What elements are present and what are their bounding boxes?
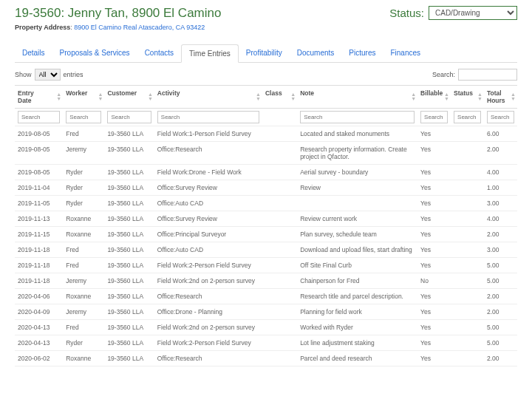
tab-time-entries[interactable]: Time Entries [181, 44, 239, 63]
tab-contacts[interactable]: Contacts [137, 44, 181, 62]
address-label: Property Address [15, 24, 70, 31]
table-row[interactable]: 2019-11-18Fred19-3560 LLAField Work:2-Pe… [15, 258, 517, 273]
col-customer[interactable]: Customer▲▼ [104, 86, 154, 109]
table-row[interactable]: 2020-04-13Fred19-3560 LLAField Work:2nd … [15, 320, 517, 335]
table-row[interactable]: 2020-04-09Jeremy19-3560 LLAOffice:Drone … [15, 304, 517, 320]
sort-icon: ▲▼ [411, 92, 416, 101]
table-row[interactable]: 2019-08-05Fred19-3560 LLAField Work:1-Pe… [15, 126, 517, 142]
sort-icon: ▲▼ [444, 92, 449, 101]
filter-input[interactable] [157, 111, 259, 123]
filter-input[interactable] [18, 111, 60, 123]
col-billable[interactable]: Billable▲▼ [417, 86, 451, 109]
search-label: Search: [432, 71, 455, 78]
sort-icon: ▲▼ [98, 92, 103, 101]
show-select[interactable]: All [35, 69, 61, 81]
filter-input[interactable] [420, 111, 448, 123]
filter-input[interactable] [300, 111, 415, 123]
filter-input[interactable] [66, 111, 101, 123]
time-entries-table: EntryDate▲▼Worker▲▼Customer▲▼Activity▲▼C… [15, 85, 517, 366]
page-title: 19-3560: Jenny Tan, 8900 El Camino [15, 6, 221, 21]
sort-icon: ▲▼ [256, 92, 261, 101]
col-status[interactable]: Status▲▼ [451, 86, 484, 109]
tab-details[interactable]: Details [15, 44, 52, 62]
col-entry-date[interactable]: EntryDate▲▼ [15, 86, 63, 109]
tab-documents[interactable]: Documents [290, 44, 342, 62]
tab-finances[interactable]: Finances [383, 44, 428, 62]
table-row[interactable]: 2019-11-15Roxanne19-3560 LLAOffice:Princ… [15, 227, 517, 242]
col-activity[interactable]: Activity▲▼ [154, 86, 262, 109]
table-row[interactable]: 2020-04-13Ryder19-3560 LLAField Work:2-P… [15, 335, 517, 351]
sort-icon: ▲▼ [511, 92, 516, 101]
col-note[interactable]: Note▲▼ [297, 86, 417, 109]
global-search-input[interactable] [458, 69, 517, 81]
table-row[interactable]: 2019-08-05Ryder19-3560 LLAField Work:Dro… [15, 165, 517, 180]
table-row[interactable]: 2019-08-05Jeremy19-3560 LLAOffice:Resear… [15, 142, 517, 165]
table-row[interactable]: 2019-11-18Jeremy19-3560 LLAField Work:2n… [15, 273, 517, 289]
table-row[interactable]: 2019-11-13Roxanne19-3560 LLAOffice:Surve… [15, 211, 517, 227]
tab-proposals-services[interactable]: Proposals & Services [52, 44, 137, 62]
col-total-hours[interactable]: TotalHours▲▼ [484, 86, 517, 109]
sort-icon: ▲▼ [148, 92, 153, 101]
table-row[interactable]: 2019-11-05Ryder19-3560 LLAOffice:Auto CA… [15, 196, 517, 211]
sort-icon: ▲▼ [477, 92, 482, 101]
filter-input[interactable] [454, 111, 481, 123]
table-row[interactable]: 2020-04-06Roxanne19-3560 LLAOffice:Resea… [15, 289, 517, 304]
address-link[interactable]: 8900 El Camino Real Atascadero, CA 93422 [74, 24, 205, 31]
col-worker[interactable]: Worker▲▼ [63, 86, 104, 109]
filter-input[interactable] [487, 111, 514, 123]
entries-label: entries [64, 71, 83, 78]
status-label: Status: [389, 7, 424, 19]
status-select[interactable]: CAD/Drawing [429, 6, 517, 20]
sort-icon: ▲▼ [290, 92, 296, 101]
tabs: DetailsProposals & ServicesContactsTime … [15, 44, 517, 63]
table-row[interactable]: 2019-11-04Ryder19-3560 LLAOffice:Survey … [15, 180, 517, 196]
tab-pictures[interactable]: Pictures [341, 44, 383, 62]
col-class[interactable]: Class▲▼ [262, 86, 297, 109]
filter-input[interactable] [107, 111, 151, 123]
show-label: Show [15, 71, 32, 78]
table-row[interactable]: 2019-11-18Fred19-3560 LLAOffice:Auto CAD… [15, 242, 517, 258]
sort-icon: ▲▼ [56, 92, 61, 101]
table-row[interactable]: 2020-06-02Roxanne19-3560 LLAOffice:Resea… [15, 351, 517, 366]
tab-profitability[interactable]: Profitability [239, 44, 290, 62]
